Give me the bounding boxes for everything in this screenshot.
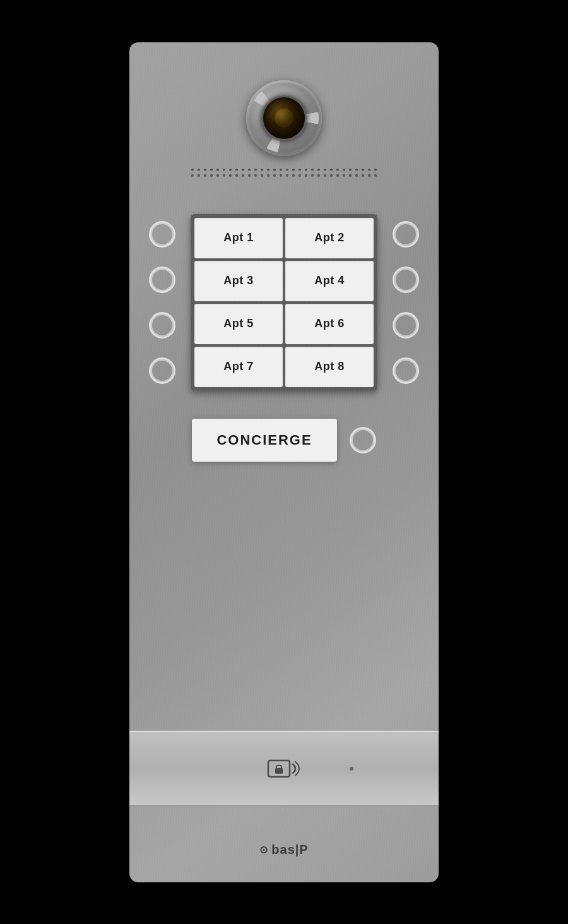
left-ring-btn-3-container bbox=[146, 303, 178, 348]
speaker-dot bbox=[374, 174, 377, 177]
concierge-ring-button[interactable] bbox=[350, 427, 376, 453]
button-row-3: Apt 5 Apt 6 bbox=[194, 304, 374, 344]
speaker-dot bbox=[261, 174, 263, 177]
apt-7-button[interactable]: Apt 7 bbox=[194, 347, 283, 387]
speaker-dot bbox=[235, 174, 238, 177]
intercom-panel: Apt 1 Apt 2 Apt 3 Apt 4 Apt 5 Apt 6 Apt … bbox=[129, 42, 439, 882]
speaker-dot bbox=[261, 169, 263, 171]
device-wrapper: Apt 1 Apt 2 Apt 3 Apt 4 Apt 5 Apt 6 Apt … bbox=[120, 33, 448, 892]
speaker-dot bbox=[280, 174, 282, 177]
speaker-dot bbox=[235, 169, 238, 171]
speaker-dot bbox=[299, 169, 301, 171]
apt-8-button[interactable]: Apt 8 bbox=[285, 347, 374, 387]
speaker-dot bbox=[374, 169, 377, 171]
right-ring-button-4[interactable] bbox=[393, 357, 419, 384]
speaker-dot bbox=[311, 174, 314, 177]
speaker-dot bbox=[343, 169, 345, 171]
speaker-dot bbox=[248, 174, 251, 177]
speaker-dot bbox=[330, 169, 333, 171]
speaker-dot bbox=[254, 174, 257, 177]
camera-section bbox=[129, 42, 439, 156]
speaker-dot bbox=[254, 169, 257, 171]
brand-logo: ⊙ bas|P bbox=[259, 843, 308, 857]
speaker-dot bbox=[191, 174, 194, 177]
speaker-dot bbox=[216, 169, 219, 171]
left-ring-button-4[interactable] bbox=[149, 357, 175, 384]
speaker-dot bbox=[292, 169, 295, 171]
speaker-dot bbox=[267, 169, 269, 171]
speaker-dot bbox=[242, 169, 244, 171]
nfc-reader-section bbox=[129, 731, 439, 807]
right-ring-btn-4-container bbox=[390, 348, 422, 393]
svg-rect-1 bbox=[275, 768, 283, 774]
speaker-dot bbox=[229, 174, 232, 177]
speaker-dot bbox=[336, 169, 339, 171]
speaker-dot bbox=[330, 174, 333, 177]
speaker-dot bbox=[355, 169, 358, 171]
speaker-dot bbox=[204, 174, 206, 177]
apt-1-button[interactable]: Apt 1 bbox=[194, 218, 283, 258]
speaker-dot bbox=[267, 174, 269, 177]
speaker-dot bbox=[305, 169, 307, 171]
right-ring-button-2[interactable] bbox=[393, 267, 419, 293]
apt-3-button[interactable]: Apt 3 bbox=[194, 261, 283, 301]
speaker-dot bbox=[210, 174, 213, 177]
right-ring-btn-1-container bbox=[390, 212, 422, 257]
speaker-dot bbox=[349, 169, 352, 171]
speaker-dot bbox=[324, 169, 326, 171]
speaker-dot bbox=[368, 169, 370, 171]
speaker-dot bbox=[248, 169, 251, 171]
apartment-button-grid: Apt 1 Apt 2 Apt 3 Apt 4 Apt 5 Apt 6 Apt … bbox=[191, 214, 377, 391]
left-ring-btn-2-container bbox=[146, 257, 178, 303]
speaker-grille bbox=[164, 169, 404, 180]
nfc-status-dot bbox=[350, 767, 353, 771]
speaker-dot bbox=[362, 174, 364, 177]
nfc-icon bbox=[265, 753, 303, 784]
speaker-dot bbox=[362, 169, 364, 171]
speaker-dot bbox=[229, 169, 232, 171]
right-ring-button-1[interactable] bbox=[393, 221, 419, 248]
speaker-dot bbox=[349, 174, 352, 177]
brand-section: ⊙ bas|P bbox=[259, 843, 308, 857]
camera-housing bbox=[246, 80, 322, 156]
speaker-dot bbox=[204, 169, 206, 171]
speaker-dot bbox=[273, 174, 276, 177]
concierge-button[interactable]: CONCIERGE bbox=[192, 419, 337, 462]
button-row-4: Apt 7 Apt 8 bbox=[194, 347, 374, 387]
apt-4-button[interactable]: Apt 4 bbox=[285, 261, 374, 301]
speaker-dot bbox=[355, 174, 358, 177]
speaker-dot bbox=[336, 174, 339, 177]
speaker-dot bbox=[368, 174, 370, 177]
buttons-with-side-rings: Apt 1 Apt 2 Apt 3 Apt 4 Apt 5 Apt 6 Apt … bbox=[146, 212, 422, 393]
right-ring-btn-3-container bbox=[390, 303, 422, 348]
apt-2-button[interactable]: Apt 2 bbox=[285, 218, 374, 258]
left-ring-button-1[interactable] bbox=[149, 221, 175, 248]
speaker-dot bbox=[273, 169, 276, 171]
speaker-dot bbox=[242, 174, 244, 177]
speaker-dot bbox=[286, 169, 288, 171]
right-ring-button-3[interactable] bbox=[393, 312, 419, 339]
left-ring-buttons bbox=[146, 212, 178, 393]
speaker-dot bbox=[299, 174, 301, 177]
apartment-buttons-area: Apt 1 Apt 2 Apt 3 Apt 4 Apt 5 Apt 6 Apt … bbox=[146, 212, 422, 393]
speaker-dot bbox=[305, 174, 307, 177]
speaker-dot bbox=[223, 174, 225, 177]
brand-circle-icon: ⊙ bbox=[259, 844, 268, 856]
left-ring-btn-4-container bbox=[146, 348, 178, 393]
left-ring-button-2[interactable] bbox=[149, 267, 175, 293]
brand-name: bas|P bbox=[271, 843, 308, 857]
speaker-dot bbox=[216, 174, 219, 177]
speaker-dot bbox=[198, 169, 200, 171]
speaker-dot bbox=[343, 174, 345, 177]
camera-lens bbox=[261, 95, 307, 141]
speaker-dot bbox=[311, 169, 314, 171]
left-ring-btn-1-container bbox=[146, 212, 178, 257]
button-row-2: Apt 3 Apt 4 bbox=[194, 261, 374, 301]
nfc-svg bbox=[265, 753, 303, 784]
concierge-section: CONCIERGE bbox=[192, 419, 376, 462]
apt-6-button[interactable]: Apt 6 bbox=[285, 304, 374, 344]
speaker-dot bbox=[324, 174, 326, 177]
apt-5-button[interactable]: Apt 5 bbox=[194, 304, 283, 344]
left-ring-button-3[interactable] bbox=[149, 312, 175, 339]
speaker-dot bbox=[317, 169, 320, 171]
